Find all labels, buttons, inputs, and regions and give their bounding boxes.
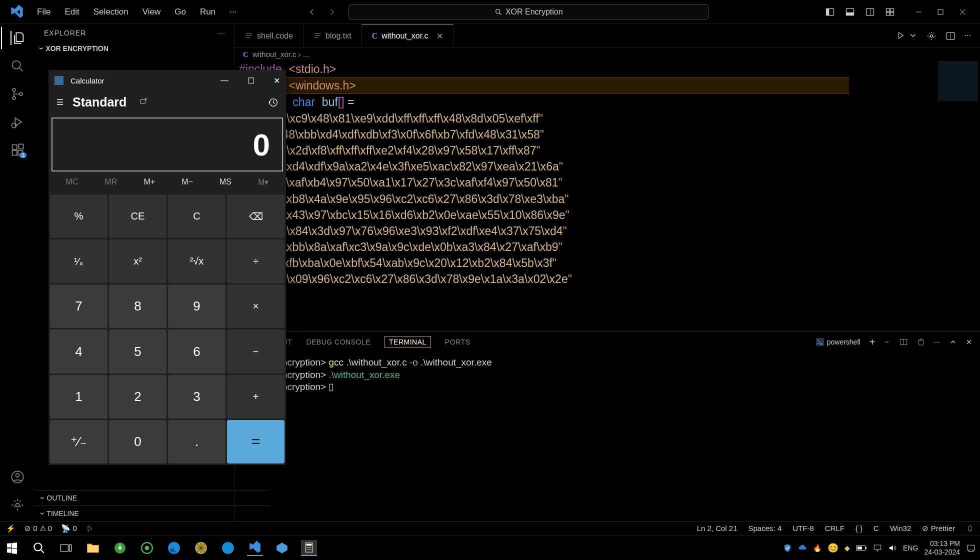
menu-go[interactable]: Go [168,5,192,19]
calc-ms[interactable]: MS [220,178,232,187]
menu-run[interactable]: Run [194,5,222,19]
menu-more[interactable]: ··· [224,5,242,19]
debug-icon[interactable] [10,115,24,129]
calc-btn-x[interactable]: × [227,284,284,328]
calc-btn-CE[interactable]: CE [109,194,166,238]
layout-sidebar-left-icon[interactable] [825,7,835,17]
nav-forward-icon[interactable] [328,8,336,16]
explorer-icon[interactable] [10,31,24,45]
nav-back-icon[interactable] [308,8,316,16]
sidebar-more-icon[interactable]: ··· [218,29,226,37]
calc-menu-icon[interactable]: ☰ [56,98,64,107]
battery-icon[interactable] [856,544,867,552]
app-icon-3[interactable] [220,540,236,556]
calc-mr[interactable]: MR [105,178,118,187]
onedrive-icon[interactable] [798,544,807,552]
split-terminal-icon[interactable] [899,338,908,346]
panel-tab-ports[interactable]: PORTS [445,338,470,346]
app-icon-2[interactable] [193,540,209,556]
minimap[interactable] [938,61,978,101]
calc-btn-x[interactable]: . [168,420,226,464]
calc-btn-xxx[interactable]: ²√x [168,240,226,283]
tray-icon-2[interactable]: 😊 [828,542,838,554]
calc-close-icon[interactable]: ✕ [274,76,280,86]
debug-start-icon[interactable] [86,524,94,532]
defender-icon[interactable] [783,544,792,552]
calc-btn-0[interactable]: 0 [109,420,166,464]
calc-mplus[interactable]: M+ [144,178,155,187]
remote-icon[interactable]: ⚡ [6,524,16,533]
tab-close-icon[interactable]: ✕ [436,32,443,41]
status-prettier[interactable]: ⊘ Prettier [922,524,955,533]
volume-icon[interactable] [888,544,897,552]
start-menu-icon[interactable] [4,540,20,556]
search-activity-icon[interactable] [10,59,24,73]
new-terminal-icon[interactable]: + [870,336,876,348]
calc-btn-9[interactable]: 9 [168,284,226,328]
status-radio[interactable]: 📡 0 [61,524,77,533]
panel-close-icon[interactable]: ✕ [966,338,972,346]
calc-btn-1[interactable]: 1 [50,375,108,418]
menu-view[interactable]: View [136,5,167,19]
tab-blog-txt[interactable]: blog.txt [304,24,362,48]
menu-edit[interactable]: Edit [58,5,85,19]
calc-pin-icon[interactable] [138,98,148,107]
calc-titlebar[interactable]: Calculator — ☐ ✕ [48,70,286,91]
layout-panel-icon[interactable] [845,7,855,17]
calc-btn-x[interactable]: = [227,420,284,464]
calc-mdrop[interactable]: M▾ [258,178,268,187]
calc-btn-8[interactable]: 8 [109,284,166,328]
split-editor-icon[interactable] [946,31,956,41]
minimize-icon[interactable] [915,8,922,16]
settings-gear-icon[interactable] [10,498,24,512]
terminal-dropdown-icon[interactable] [884,339,890,345]
calc-btn-4[interactable]: 4 [50,330,108,373]
panel-tab-debug[interactable]: DEBUG CONSOLE [306,338,370,346]
calc-btn-C[interactable]: C [168,194,226,238]
source-control-icon[interactable] [10,87,24,101]
trash-icon[interactable] [917,338,925,346]
editor-more-icon[interactable]: ··· [964,31,971,41]
tray-icon-1[interactable]: 🔥 [813,544,822,552]
run-icon[interactable] [896,31,906,40]
display-icon[interactable] [873,544,882,552]
status-language[interactable]: C [874,524,879,532]
taskbar-search-icon[interactable] [31,540,47,556]
status-encoding[interactable]: UTF-8 [792,524,814,532]
command-center[interactable]: XOR Encryption [348,4,708,20]
tab-without-xor-c[interactable]: C without_xor.c ✕ [362,24,454,48]
timeline-section[interactable]: TIMELINE [35,506,270,521]
panel-more-icon[interactable]: ··· [934,338,940,346]
calc-mc[interactable]: MC [66,178,78,187]
calc-history-icon[interactable] [268,98,278,108]
maximize-icon[interactable] [937,8,944,16]
language-indicator[interactable]: ENG [903,544,918,552]
calc-btn-xxx[interactable]: ¹⁄ₓ [50,240,108,283]
tray-icon-3[interactable]: ◆ [844,544,850,552]
menu-selection[interactable]: Selection [88,5,134,19]
calc-btn-x[interactable]: ⌫ [227,194,284,238]
idm-icon[interactable] [112,540,128,556]
vscode-taskbar-icon[interactable] [247,540,263,556]
terminal[interactable]: \Git\XOR Encryption> gcc .\without_xor.c… [235,352,980,521]
layout-sidebar-right-icon[interactable] [865,7,875,17]
close-icon[interactable] [959,8,966,16]
calc-btn-5[interactable]: 5 [109,330,166,373]
account-icon[interactable] [10,470,24,484]
status-braces[interactable]: { } [856,524,862,532]
calculator-taskbar-icon[interactable] [301,540,317,556]
file-explorer-icon[interactable] [85,540,101,556]
terminal-shell-selector[interactable]: powershell [816,338,860,346]
tab-shell-code[interactable]: shell.code [235,24,304,48]
calc-minimize-icon[interactable]: — [220,76,228,86]
app-icon-1[interactable] [139,540,155,556]
extensions-icon[interactable]: 1 [10,143,24,157]
chevron-down-icon[interactable] [908,31,918,40]
menu-file[interactable]: File [31,5,56,19]
calc-btn-3[interactable]: 3 [168,375,226,418]
status-errors[interactable]: ⊘ 0 ⚠ 0 [24,524,52,533]
explorer-folder[interactable]: XOR ENCRYPTION [35,42,234,55]
status-platform[interactable]: Win32 [890,524,912,532]
calc-btn-x[interactable]: % [50,194,108,238]
breadcrumb[interactable]: C without_xor.c › ... [235,48,980,61]
